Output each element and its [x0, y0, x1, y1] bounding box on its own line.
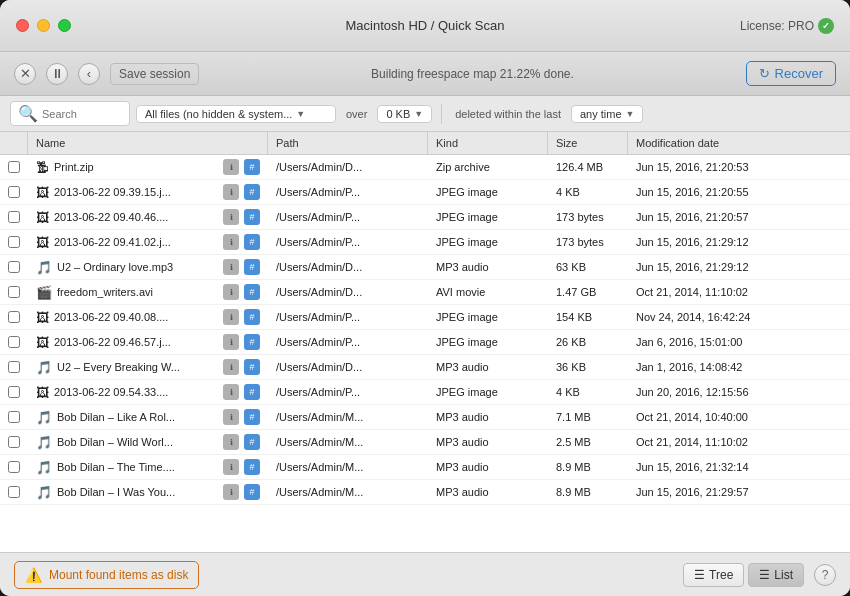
row-checkbox[interactable] [0, 311, 28, 323]
search-box[interactable]: 🔍 [10, 101, 130, 126]
row-checkbox[interactable] [0, 361, 28, 373]
table-row[interactable]: 🗜 Print.zip ℹ # /Users/Admin/D... Zip ar… [0, 155, 850, 180]
info-icon[interactable]: ℹ [223, 234, 239, 250]
bottom-bar: ⚠️ Mount found items as disk ☰ Tree ☰ Li… [0, 552, 850, 596]
row-kind: JPEG image [428, 382, 548, 402]
recover-button[interactable]: ↻ Recover [746, 61, 836, 86]
row-checkbox[interactable] [0, 436, 28, 448]
row-name: 🖼 2013-06-22 09.46.57.j... ℹ # [28, 330, 268, 354]
time-filter[interactable]: any time ▼ [571, 105, 644, 123]
close-button[interactable] [16, 19, 29, 32]
row-kind: Zip archive [428, 157, 548, 177]
info-icon[interactable]: ℹ [223, 384, 239, 400]
row-path: /Users/Admin/P... [268, 307, 428, 327]
row-checkbox[interactable] [0, 161, 28, 173]
info-icon[interactable]: ℹ [223, 484, 239, 500]
table-row[interactable]: 🖼 2013-06-22 09.46.57.j... ℹ # /Users/Ad… [0, 330, 850, 355]
action-icon[interactable]: # [244, 159, 260, 175]
row-path: /Users/Admin/M... [268, 432, 428, 452]
file-name-text: 2013-06-22 09.46.57.j... [54, 336, 171, 348]
maximize-button[interactable] [58, 19, 71, 32]
file-type-icon: 🖼 [36, 235, 49, 250]
action-icon[interactable]: # [244, 434, 260, 450]
info-icon[interactable]: ℹ [223, 284, 239, 300]
row-checkbox[interactable] [0, 411, 28, 423]
stop-button[interactable]: ✕ [14, 63, 36, 85]
help-icon: ? [822, 568, 829, 582]
table-row[interactable]: 🖼 2013-06-22 09.39.15.j... ℹ # /Users/Ad… [0, 180, 850, 205]
tree-view-button[interactable]: ☰ Tree [683, 563, 744, 587]
back-button[interactable]: ‹ [78, 63, 100, 85]
info-icon[interactable]: ℹ [223, 184, 239, 200]
row-name: 🎵 U2 – Ordinary love.mp3 ℹ # [28, 255, 268, 279]
row-name: 🎵 Bob Dilan – The Time.... ℹ # [28, 455, 268, 479]
table-row[interactable]: 🎵 Bob Dilan – Like A Rol... ℹ # /Users/A… [0, 405, 850, 430]
info-icon[interactable]: ℹ [223, 359, 239, 375]
list-view-button[interactable]: ☰ List [748, 563, 804, 587]
table-row[interactable]: 🎵 U2 – Every Breaking W... ℹ # /Users/Ad… [0, 355, 850, 380]
info-icon[interactable]: ℹ [223, 334, 239, 350]
toolbar: ✕ ⏸ ‹ Save session Building freespace ma… [0, 52, 850, 96]
action-icon[interactable]: # [244, 409, 260, 425]
table-row[interactable]: 🎵 Bob Dilan – The Time.... ℹ # /Users/Ad… [0, 455, 850, 480]
row-modified: Oct 21, 2014, 10:40:00 [628, 407, 850, 427]
action-icon[interactable]: # [244, 209, 260, 225]
info-icon[interactable]: ℹ [223, 259, 239, 275]
size-filter[interactable]: 0 KB ▼ [377, 105, 432, 123]
row-kind: AVI movie [428, 282, 548, 302]
row-checkbox[interactable] [0, 336, 28, 348]
action-icon[interactable]: # [244, 484, 260, 500]
info-icon[interactable]: ℹ [223, 159, 239, 175]
row-kind: JPEG image [428, 182, 548, 202]
row-path: /Users/Admin/D... [268, 357, 428, 377]
table-row[interactable]: 🖼 2013-06-22 09.41.02.j... ℹ # /Users/Ad… [0, 230, 850, 255]
action-icon[interactable]: # [244, 359, 260, 375]
search-input[interactable] [42, 108, 122, 120]
action-icon[interactable]: # [244, 459, 260, 475]
info-icon[interactable]: ℹ [223, 459, 239, 475]
table-row[interactable]: 🎵 Bob Dilan – I Was You... ℹ # /Users/Ad… [0, 480, 850, 505]
action-icon[interactable]: # [244, 334, 260, 350]
row-checkbox[interactable] [0, 386, 28, 398]
row-modified: Jun 15, 2016, 21:29:12 [628, 232, 850, 252]
row-size: 1.47 GB [548, 282, 628, 302]
row-checkbox[interactable] [0, 286, 28, 298]
info-icon[interactable]: ℹ [223, 209, 239, 225]
action-icon[interactable]: # [244, 284, 260, 300]
table-row[interactable]: 🎵 U2 – Ordinary love.mp3 ℹ # /Users/Admi… [0, 255, 850, 280]
save-session-button[interactable]: Save session [110, 63, 199, 85]
row-checkbox[interactable] [0, 486, 28, 498]
action-icon[interactable]: # [244, 384, 260, 400]
action-icon[interactable]: # [244, 259, 260, 275]
table-row[interactable]: 🎬 freedom_writers.avi ℹ # /Users/Admin/D… [0, 280, 850, 305]
minimize-button[interactable] [37, 19, 50, 32]
info-icon[interactable]: ℹ [223, 434, 239, 450]
file-type-icon: 🎵 [36, 435, 52, 450]
action-icon[interactable]: # [244, 234, 260, 250]
table-row[interactable]: 🖼 2013-06-22 09.40.46.... ℹ # /Users/Adm… [0, 205, 850, 230]
pause-button[interactable]: ⏸ [46, 63, 68, 85]
row-modified: Jun 15, 2016, 21:32:14 [628, 457, 850, 477]
info-icon[interactable]: ℹ [223, 309, 239, 325]
filter-bar: 🔍 All files (no hidden & system... ▼ ove… [0, 96, 850, 132]
col-name: Name [28, 132, 268, 154]
table-row[interactable]: 🖼 2013-06-22 09.40.08.... ℹ # /Users/Adm… [0, 305, 850, 330]
file-type-icon: 🎵 [36, 260, 52, 275]
row-path: /Users/Admin/D... [268, 257, 428, 277]
row-checkbox[interactable] [0, 211, 28, 223]
row-checkbox[interactable] [0, 236, 28, 248]
action-icon[interactable]: # [244, 184, 260, 200]
search-icon: 🔍 [18, 104, 38, 123]
table-row[interactable]: 🎵 Bob Dilan – Wild Worl... ℹ # /Users/Ad… [0, 430, 850, 455]
help-button[interactable]: ? [814, 564, 836, 586]
file-name-text: U2 – Every Breaking W... [57, 361, 180, 373]
mount-disk-button[interactable]: ⚠️ Mount found items as disk [14, 561, 199, 589]
table-row[interactable]: 🖼 2013-06-22 09.54.33.... ℹ # /Users/Adm… [0, 380, 850, 405]
file-type-filter[interactable]: All files (no hidden & system... ▼ [136, 105, 336, 123]
action-icon[interactable]: # [244, 309, 260, 325]
info-icon[interactable]: ℹ [223, 409, 239, 425]
file-name-text: freedom_writers.avi [57, 286, 153, 298]
row-checkbox[interactable] [0, 186, 28, 198]
row-checkbox[interactable] [0, 261, 28, 273]
row-checkbox[interactable] [0, 461, 28, 473]
